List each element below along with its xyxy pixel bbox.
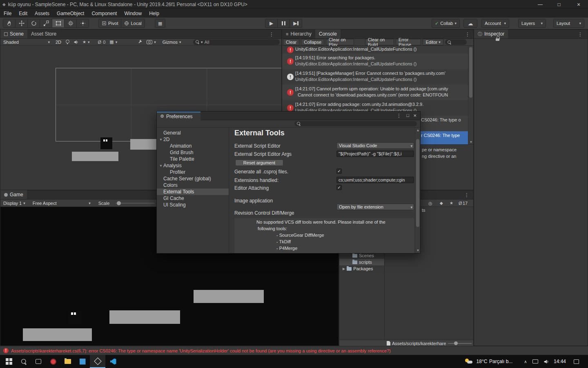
scene-grid-dropdown[interactable]: ▦▾ [107, 39, 119, 45]
taskbar-app-recorder[interactable] [46, 355, 60, 368]
sidebar-item-gi-cache[interactable]: GI Cache [157, 195, 229, 202]
kebab-menu-icon[interactable]: ⋮ [578, 32, 583, 37]
foldout-open-icon[interactable]: ▼ [158, 164, 163, 168]
sidebar-item-tile-palette[interactable]: Tile Palette [157, 156, 229, 162]
taskbar-weather-text[interactable]: Parçalı b... [489, 355, 516, 368]
tray-chevron-up-icon[interactable]: ∧ [521, 355, 530, 368]
custom-tool-button[interactable] [76, 19, 89, 28]
player-cube-object[interactable] [100, 137, 112, 149]
collab-button[interactable]: ✓ Collab ▾ [432, 19, 460, 28]
editor-attaching-checkbox[interactable]: ✓ [336, 185, 342, 190]
tab-game[interactable]: Game [0, 190, 27, 199]
scrollbar-thumb[interactable] [469, 47, 472, 98]
rotate-tool-button[interactable] [27, 19, 40, 28]
console-scrollbar[interactable]: ▼ [468, 46, 473, 144]
menu-file[interactable]: File [0, 11, 15, 16]
script-editor-args-field[interactable]: "$(ProjectPath)" -g "$(File)":$(Li [336, 150, 414, 157]
kebab-menu-icon[interactable]: ⋮ [465, 32, 470, 37]
console-log-entry[interactable]: ! [14:21:07] Cannot perform upm operatio… [282, 85, 473, 100]
taskbar-app-vscode[interactable] [105, 355, 121, 368]
account-dropdown[interactable]: Account▾ [481, 19, 509, 28]
scrollbar-thumb[interactable] [416, 139, 419, 227]
editor-dropdown[interactable]: Editor▾ [423, 39, 443, 45]
kebab-menu-icon[interactable]: ⋮ [269, 32, 274, 37]
sidebar-item-grid-brush[interactable]: Grid Brush [157, 149, 229, 156]
scene-lighting-toggle[interactable] [63, 39, 71, 45]
clear-button[interactable]: Clear [283, 39, 299, 45]
thumbnail-size-slider-handle[interactable] [454, 341, 458, 345]
console-search-input[interactable] [445, 39, 467, 45]
sidebar-item-analysis[interactable]: ▼Analysis [157, 162, 229, 169]
gizmos-dropdown[interactable]: Gizmos▾ [160, 39, 183, 45]
clear-on-play-button[interactable]: Clear on Play [326, 39, 354, 45]
taskbar-app-explorer[interactable] [60, 355, 75, 368]
script-editor-dropdown[interactable]: Visual Studio Code▾ [336, 142, 414, 149]
foldout-open-icon[interactable]: ▼ [158, 138, 163, 141]
scroll-up-icon[interactable]: ▲ [415, 128, 421, 132]
sidebar-item-ui-scaling[interactable]: UI Scaling [157, 202, 229, 208]
menu-gameobject[interactable]: GameObject [53, 11, 88, 16]
network-icon[interactable] [530, 355, 541, 368]
aspect-ratio-dropdown[interactable]: Free Aspect▾ [31, 200, 93, 206]
preferences-search-input[interactable] [294, 121, 417, 126]
transform-tool-button[interactable] [64, 19, 77, 28]
move-tool-button[interactable] [15, 19, 28, 28]
extensions-handled-field[interactable]: cs;uxml;uss;shader;compute;cgin [336, 177, 414, 183]
action-center-button[interactable] [569, 355, 583, 368]
preferences-scrollbar[interactable]: ▲ ▼ [415, 128, 420, 253]
2d-toggle[interactable]: 2D [53, 39, 63, 45]
menu-help[interactable]: Help [145, 11, 163, 16]
taskbar-clock[interactable]: 14:44 [551, 355, 568, 368]
tree-item-scripts-selected[interactable]: scripts [339, 259, 384, 265]
scale-slider-track[interactable] [116, 203, 155, 204]
sidebar-item-external-tools[interactable]: External Tools [157, 188, 229, 195]
effects-dropdown[interactable]: ★▾ [80, 39, 92, 45]
tool-settings-button[interactable] [136, 39, 145, 45]
tab-scene[interactable]: Scene [0, 29, 27, 38]
play-button[interactable]: ▶ [265, 19, 278, 28]
platform-object[interactable] [72, 152, 118, 161]
tab-asset-store[interactable]: Asset Store [27, 29, 60, 38]
console-log-entry[interactable]: ! UnityEditor.EditorApplication:Internal… [282, 46, 473, 54]
taskbar-app-photos[interactable] [75, 355, 90, 368]
preferences-tab[interactable]: ⚙ Preferences [157, 112, 200, 120]
scale-tool-button[interactable] [40, 19, 52, 28]
scene-camera-dropdown[interactable]: ▾ [145, 39, 158, 45]
start-button[interactable] [2, 355, 16, 368]
minimize-button[interactable]: — [533, 0, 547, 9]
lock-icon[interactable] [496, 36, 499, 41]
console-log-entry[interactable]: ! [14:19:51] Error searching for package… [282, 54, 473, 69]
scroll-down-icon[interactable]: ▼ [468, 140, 473, 144]
search-by-type-icon[interactable]: ◎ [428, 201, 432, 206]
sidebar-item-animation[interactable]: Animation [157, 143, 229, 149]
step-button[interactable]: ▶ [290, 19, 302, 28]
menu-component[interactable]: Component [88, 11, 120, 16]
scroll-down-icon[interactable]: ▼ [415, 249, 421, 252]
scene-search-input[interactable]: ▾All [193, 39, 280, 45]
hand-tool-button[interactable] [3, 19, 16, 28]
scale-slider-handle[interactable] [117, 201, 121, 205]
volume-icon[interactable] [541, 355, 551, 368]
collapse-button[interactable]: Collapse [301, 39, 324, 45]
tab-inspector[interactable]: ⓘInspector [474, 29, 508, 38]
sidebar-item-profiler[interactable]: Profiler [157, 169, 229, 175]
task-view-button[interactable] [31, 355, 46, 368]
scene-audio-toggle[interactable] [71, 39, 80, 45]
generate-csproj-checkbox[interactable]: ✓ [336, 168, 342, 174]
rect-tool-button[interactable] [52, 19, 65, 28]
grid-snap-button[interactable]: ▦ [155, 19, 165, 28]
sidebar-item-2d[interactable]: ▼2D [157, 136, 229, 143]
close-icon[interactable]: × [413, 112, 416, 119]
cloud-button[interactable]: ☁ [463, 19, 477, 28]
taskbar-app-unity-active[interactable] [90, 355, 105, 368]
pause-button[interactable] [277, 19, 290, 28]
console-log-entry[interactable]: ! [14:19:51] [PackageManager] Error Cann… [282, 69, 473, 85]
maximize-button[interactable]: □ [552, 0, 566, 9]
error-pause-button[interactable]: Error Pause [396, 39, 421, 45]
kebab-menu-icon[interactable]: ⋮ [464, 193, 469, 197]
local-toggle-button[interactable]: Local [121, 19, 145, 28]
layers-dropdown[interactable]: Layers▾ [518, 19, 546, 28]
sidebar-item-colors[interactable]: Colors [157, 182, 229, 188]
taskbar-weather-temp[interactable]: 18°C [475, 355, 488, 368]
maximize-icon[interactable]: □ [406, 113, 409, 118]
